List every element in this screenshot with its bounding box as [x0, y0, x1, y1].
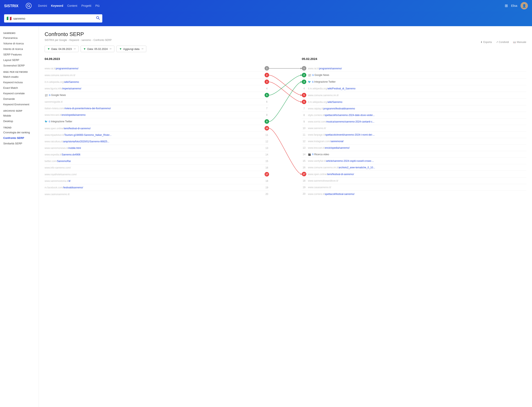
serp-url[interactable]: www.tripadvisor.it/Tourism-g194900-Sanre…	[45, 133, 111, 136]
sidebar-item-match-esatto[interactable]: Match esatto	[0, 74, 39, 79]
breadcrumb-sanremo[interactable]: sanremo	[81, 39, 91, 41]
serp-url[interactable]: style.corriere.it/spettacoli/tv/sanremo-…	[308, 114, 375, 117]
user-avatar[interactable]: 👤	[521, 2, 528, 9]
sidebar-item-keyword-inclusa[interactable]: Keyword inclusa	[0, 79, 39, 85]
sidebar-section-trend: TREND	[0, 124, 39, 130]
serp-url[interactable]: www.sanremoliveandlove.it/	[308, 179, 338, 182]
rank-num: 4	[302, 87, 306, 90]
sidebar-item-serp-features[interactable]: SERP Features	[0, 52, 39, 57]
serp-url[interactable]: www.comune.sanremo.im.it/	[308, 94, 339, 97]
serp-url[interactable]: www.sanremonews.it/mobile.html	[45, 147, 81, 149]
right-row: 1www.rai.it/programmi/sanremo/	[302, 65, 526, 72]
sidebar-item-similarita[interactable]: Similarità SERP	[0, 141, 39, 146]
filter-date2-label: Data: 05.02.2024	[87, 47, 108, 51]
right-row: 14🎬GRicerca video	[302, 151, 526, 158]
condividi-label: Condividi	[499, 41, 509, 44]
serp-url[interactable]: www.treccani.it/enciclopedia/sanremo	[45, 114, 86, 116]
right-row: 6it.m.wikipedia.org/wiki/Sanremo	[302, 99, 526, 105]
sidebar-item-layout-serp[interactable]: Layout SERP	[0, 57, 39, 63]
search-button[interactable]	[96, 16, 100, 21]
serp-url[interactable]: www.expedia.it/Sanremo.dx4906	[45, 153, 80, 156]
filter-date2[interactable]: ▼ Data: 05.02.2024 ✏	[81, 46, 115, 52]
serp-url[interactable]: www.corriere.it/spettacoli/festival-sanr…	[308, 193, 354, 196]
grid-icon[interactable]: ⊞	[505, 3, 508, 8]
serp-url[interactable]: www.casinosanremo.it/	[45, 193, 70, 196]
serp-url[interactable]: twitter.com/SanremoRai	[45, 160, 71, 163]
svg-marker-6	[301, 94, 302, 96]
filter-add[interactable]: ▼ Aggiungi data ✏	[116, 46, 146, 52]
rank-num: 8	[265, 114, 269, 116]
serp-url[interactable]: www.vanityfair.it/article/sanremo-2024-o…	[308, 159, 374, 162]
esporta-label: Esporta	[483, 41, 492, 44]
breadcrumb-keyword[interactable]: Keyword	[69, 39, 79, 41]
rank-num: 4	[265, 87, 269, 90]
svg-marker-7	[301, 101, 302, 103]
serp-url[interactable]: www.fanpage.it/spettacolo/eventi/sanremo…	[308, 133, 375, 136]
serp-url[interactable]: www.royalhotelsanremo.com/	[45, 173, 77, 176]
rank-num: 14	[265, 153, 269, 156]
sidebar-item-desktop[interactable]: Desktop	[0, 118, 39, 124]
left-row: www.rai.it/programmi/sanremo/1	[45, 65, 269, 72]
breadcrumb-sep1: ›	[68, 39, 69, 41]
serp-url[interactable]: www.comune.sanremo.im.it/archivio2_aree-…	[308, 166, 375, 169]
rank-num: 18	[265, 180, 269, 182]
nav-progetti[interactable]: Progetti	[81, 4, 91, 7]
rank-badge: 17	[265, 172, 269, 177]
search-input[interactable]	[13, 17, 95, 20]
serp-url[interactable]: www.raicultura.it/amp/storia/foto/2020/0…	[45, 140, 109, 143]
rank-num: 8	[302, 114, 306, 117]
edit-icon2: ✏	[110, 47, 112, 50]
download-icon: ⬇	[480, 41, 483, 44]
sidebar-item-volume[interactable]: Volume di ricerca	[0, 41, 39, 46]
nav-piu[interactable]: Più	[95, 4, 99, 7]
action-condividi[interactable]: ↗ Condividi	[496, 41, 509, 44]
svg-marker-8	[301, 74, 302, 76]
manual-icon: 📖	[513, 41, 516, 44]
serp-url[interactable]: www.treccani.it/enciclopedia/sanremo/	[308, 146, 349, 149]
left-row: www.treccani.it/enciclopedia/sanremo8	[45, 112, 269, 118]
action-manuale[interactable]: 📖 Manuale	[513, 41, 526, 44]
serp-url[interactable]: www.casasanremo.it/	[308, 186, 331, 189]
sidebar-item-intento[interactable]: Intento di ricerca	[0, 46, 39, 52]
sidebar-item-cronologia[interactable]: Cronologia dei ranking	[0, 130, 39, 135]
serp-url[interactable]: www.raiplay.it/programmi/festivaldisanre…	[308, 107, 355, 110]
serp-url[interactable]: www.comune.sanremo.im.it/	[45, 74, 75, 77]
nav-domini[interactable]: Domini	[38, 4, 47, 7]
action-esporta[interactable]: ⬇ Esporta	[480, 41, 492, 44]
right-row: 3🐦GIntegrazione Twitter	[302, 78, 526, 85]
rank-num: 11	[302, 133, 306, 136]
sidebar-item-mobile[interactable]: Mobile	[0, 113, 39, 118]
sidebar-item-screenshot-serp[interactable]: Screenshot SERP	[0, 63, 39, 68]
serp-url[interactable]: it.m.wikipedia.org/wiki/Sanremo	[45, 81, 79, 83]
svg-marker-10	[301, 173, 302, 175]
nav-keyword[interactable]: Keyword	[51, 4, 63, 7]
svg-line-2	[29, 6, 30, 7]
sidebar-item-exact-match[interactable]: Exact Match	[0, 85, 39, 91]
share-icon: ↗	[496, 41, 498, 44]
serp-url[interactable]: www.rai.it/programmi/sanremo/	[308, 67, 342, 70]
serp-url[interactable]: www.rai.it/programmi/sanremo/	[45, 67, 78, 70]
sidebar-item-keyword-correlate[interactable]: Keyword correlate	[0, 91, 39, 96]
serp-url[interactable]: www.open.online/temi/festival-di-sanremo…	[45, 127, 91, 130]
serp-url[interactable]: www.sanremo.it/	[308, 127, 326, 130]
breadcrumb-sistrix[interactable]: SISTRIX per Google	[45, 39, 67, 41]
serp-url[interactable]: www.instagram.com/sanremorai/	[308, 140, 343, 143]
serp-url[interactable]: m.facebook.com/festivaldisanremo/	[45, 186, 83, 189]
filter-date1-label: Data: 04.09.2023	[51, 47, 72, 51]
sidebar-item-domande[interactable]: Domande	[0, 96, 39, 102]
serp-url[interactable]: www.info-sanremo.com/	[45, 166, 71, 169]
serp-url[interactable]: italian-riviera.com/riviera-di-ponente/r…	[45, 107, 111, 110]
nav-content[interactable]: Content	[67, 4, 77, 7]
sidebar-item-keyword-environment[interactable]: Keyword Environment	[0, 102, 39, 107]
serp-url[interactable]: www.sanremostoria.it/it/	[45, 180, 71, 182]
serp-url[interactable]: www.sorrisi.com/musica/sanremo/sanremo-2…	[308, 120, 374, 123]
filter-date1[interactable]: ▼ Data: 04.09.2023 ✏	[45, 46, 79, 52]
serp-url[interactable]: it.m.wikipedia.org/wiki/Sanremo	[308, 101, 342, 103]
right-row: 7www.raiplay.it/programmi/festivaldisanr…	[302, 105, 526, 112]
serp-url[interactable]: sanremoguide.it/	[45, 101, 63, 103]
sidebar-item-panoramica[interactable]: Panoramica	[0, 35, 39, 41]
serp-url[interactable]: www.liguria.info/imperia/sanremo/	[45, 87, 81, 90]
serp-url[interactable]: www.open.online/temi/festival-di-sanremo…	[308, 173, 354, 176]
serp-url[interactable]: it.m.wikipedia.org/wiki/Festival_di_Sanr…	[308, 87, 355, 90]
sidebar-item-confronto[interactable]: Confronto SERP	[0, 135, 39, 141]
